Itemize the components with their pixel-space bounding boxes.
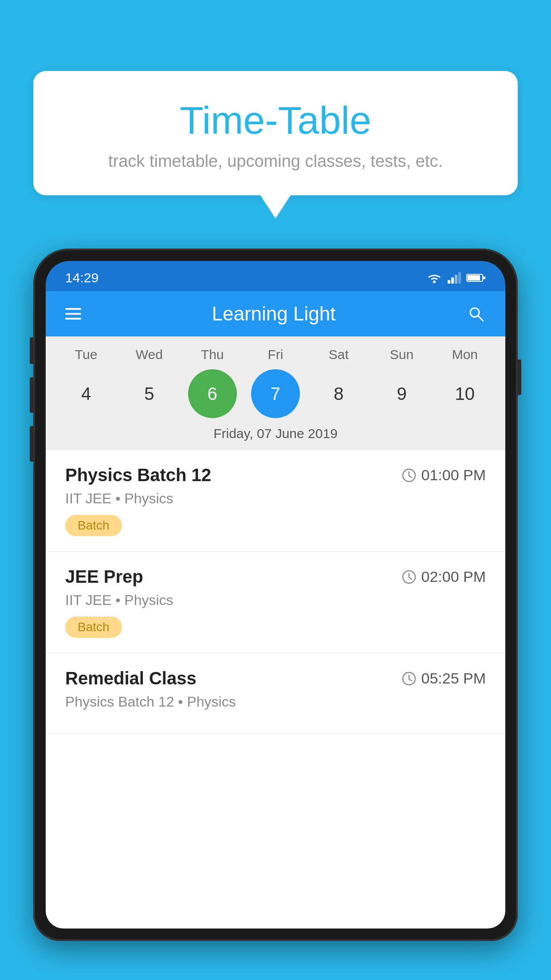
clock-icon-1: [401, 468, 417, 483]
schedule-subtitle-2: IIT JEE • Physics: [65, 592, 486, 609]
selected-date-label: Friday, 07 June 2019: [46, 418, 505, 450]
bubble-subtitle: track timetable, upcoming classes, tests…: [60, 152, 491, 171]
screen-content: Learning Light Tue Wed Thu Fri: [46, 291, 505, 929]
date-10[interactable]: 10: [441, 369, 489, 418]
time-text-1: 01:00 PM: [421, 466, 486, 484]
schedule-list: Physics Batch 12 01:00 PM IIT JEE • Ph: [46, 450, 505, 734]
date-9[interactable]: 9: [378, 369, 426, 418]
day-wed[interactable]: Wed: [120, 347, 178, 362]
phone-screen: 14:29: [46, 261, 505, 929]
phone-wrapper: 14:29: [33, 249, 518, 980]
signal-icon: [448, 272, 461, 284]
schedule-subtitle-1: IIT JEE • Physics: [65, 490, 486, 507]
schedule-subtitle-3: Physics Batch 12 • Physics: [65, 694, 486, 710]
clock-icon-2: [401, 569, 417, 585]
svg-rect-6: [468, 275, 480, 281]
calendar-strip: Tue Wed Thu Fri Sat Sun Mon 4 5 6 7 8: [46, 336, 505, 450]
svg-rect-2: [451, 277, 454, 284]
schedule-time-1: 01:00 PM: [401, 466, 486, 484]
bubble-title: Time-Table: [60, 98, 491, 143]
day-tue[interactable]: Tue: [57, 347, 115, 362]
app-title: Learning Light: [212, 303, 336, 325]
mute-button: [30, 337, 33, 364]
svg-line-15: [409, 577, 412, 579]
schedule-item-1-header: Physics Batch 12 01:00 PM: [65, 465, 486, 485]
status-bar: 14:29: [46, 261, 505, 291]
date-4[interactable]: 4: [62, 369, 110, 418]
day-fri[interactable]: Fri: [247, 347, 304, 362]
schedule-item-1[interactable]: Physics Batch 12 01:00 PM IIT JEE • Ph: [46, 450, 505, 552]
day-sun[interactable]: Sun: [373, 347, 431, 362]
speech-bubble-container: Time-Table track timetable, upcoming cla…: [33, 71, 518, 195]
schedule-title-1: Physics Batch 12: [65, 465, 211, 485]
day-mon[interactable]: Mon: [436, 347, 494, 362]
batch-badge-2: Batch: [65, 616, 122, 638]
volume-up-button: [30, 377, 33, 413]
speech-bubble: Time-Table track timetable, upcoming cla…: [33, 71, 518, 195]
status-icons: [426, 272, 486, 284]
date-8[interactable]: 8: [314, 369, 363, 418]
svg-rect-7: [483, 277, 485, 279]
hamburger-line: [65, 318, 81, 320]
time-text-2: 02:00 PM: [421, 568, 486, 585]
hamburger-menu[interactable]: [65, 308, 81, 320]
batch-badge-1: Batch: [65, 515, 122, 536]
days-header: Tue Wed Thu Fri Sat Sun Mon: [46, 347, 505, 362]
search-icon: [467, 305, 485, 323]
svg-line-12: [409, 476, 412, 478]
svg-point-0: [433, 281, 436, 283]
battery-icon: [466, 273, 486, 283]
svg-rect-3: [455, 275, 457, 284]
schedule-time-3: 05:25 PM: [401, 670, 486, 687]
status-time: 14:29: [65, 270, 98, 285]
time-text-3: 05:25 PM: [421, 670, 486, 687]
schedule-item-3[interactable]: Remedial Class 05:25 PM Physics Batch: [46, 653, 505, 734]
date-5[interactable]: 5: [125, 369, 173, 418]
schedule-title-2: JEE Prep: [65, 567, 143, 587]
dates-row: 4 5 6 7 8 9 10: [46, 369, 505, 418]
wifi-icon: [426, 272, 442, 284]
svg-rect-4: [458, 272, 461, 284]
svg-line-9: [478, 316, 483, 321]
schedule-item-3-header: Remedial Class 05:25 PM: [65, 668, 486, 688]
schedule-item-2-header: JEE Prep 02:00 PM: [65, 567, 486, 587]
schedule-title-3: Remedial Class: [65, 668, 197, 688]
app-bar: Learning Light: [46, 291, 505, 336]
day-sat[interactable]: Sat: [310, 347, 367, 362]
power-button: [518, 360, 521, 395]
date-7-selected[interactable]: 7: [251, 369, 300, 418]
date-6-today[interactable]: 6: [188, 369, 237, 418]
day-thu[interactable]: Thu: [184, 347, 241, 362]
svg-line-18: [409, 679, 412, 681]
clock-icon-3: [401, 671, 417, 686]
schedule-item-2[interactable]: JEE Prep 02:00 PM IIT JEE • Physics: [46, 552, 505, 653]
volume-down-button: [30, 426, 33, 462]
search-button[interactable]: [466, 304, 486, 324]
hamburger-line: [65, 308, 81, 310]
schedule-time-2: 02:00 PM: [401, 568, 486, 585]
hamburger-line: [65, 313, 81, 315]
svg-rect-1: [448, 280, 450, 284]
phone-outer: 14:29: [33, 249, 518, 941]
